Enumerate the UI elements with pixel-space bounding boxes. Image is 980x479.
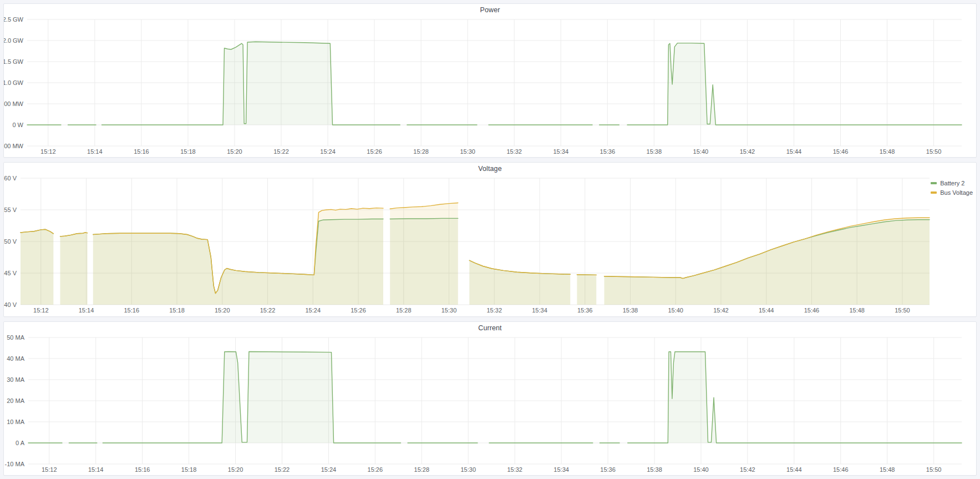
x-axis-tick-label: 15:34 (532, 307, 547, 314)
x-axis-tick-label: 15:24 (321, 466, 337, 473)
x-axis-tick-label: 15:36 (600, 466, 616, 473)
x-axis-tick-label: 15:48 (880, 466, 895, 473)
x-axis-tick-label: 15:24 (305, 307, 321, 314)
legend: Battery 2Bus Voltage (931, 179, 973, 196)
power-chart[interactable]: 2.5 GW2.0 GW1.5 GW1.0 GW500 MW0 W-500 MW… (4, 16, 976, 156)
x-axis-tick-label: 15:44 (786, 466, 802, 473)
y-axis-tick-label: 20 MA (7, 397, 24, 404)
series-area (103, 351, 400, 443)
x-axis-tick-label: 15:48 (849, 307, 865, 314)
x-axis-tick-label: 15:40 (668, 307, 683, 314)
y-axis-tick-label: -500 MW (4, 143, 24, 149)
x-axis-tick-label: 15:30 (460, 466, 476, 473)
x-axis-tick-label: 15:30 (441, 307, 457, 314)
x-axis-tick-label: 15:50 (895, 307, 910, 314)
panel-header-voltage: Voltage (4, 163, 976, 175)
x-axis-tick-label: 15:14 (79, 307, 94, 314)
y-axis-tick-label: 50 MA (7, 334, 24, 341)
legend-item-bus-voltage[interactable]: Bus Voltage (931, 189, 973, 196)
x-axis-tick-label: 15:18 (181, 466, 197, 473)
legend-label: Bus Voltage (940, 189, 973, 196)
panel-header-power: Power (4, 4, 976, 16)
panel-voltage: Voltage 60 V55 V50 V45 V40 V15:1215:1415… (3, 162, 977, 316)
x-axis-tick-label: 15:14 (87, 148, 103, 155)
x-axis-tick-label: 15:38 (647, 148, 662, 155)
x-axis-tick-label: 15:42 (713, 307, 729, 314)
legend-label: Battery 2 (940, 179, 964, 187)
series-area (605, 218, 930, 305)
y-axis-tick-label: 50 V (4, 238, 17, 245)
y-axis-tick-label: 60 V (4, 175, 17, 181)
series-area (627, 43, 962, 125)
x-axis-tick-label: 15:12 (33, 307, 49, 314)
series-area (469, 261, 570, 305)
x-axis-tick-label: 15:34 (553, 148, 568, 155)
voltage-chart-svg: 60 V55 V50 V45 V40 V15:1215:1415:1615:18… (4, 175, 976, 315)
series-area (628, 351, 962, 442)
series-area (102, 42, 400, 125)
x-axis-tick-label: 15:20 (215, 307, 230, 314)
y-axis-tick-label: 40 V (4, 301, 17, 308)
x-axis-tick-label: 15:22 (275, 466, 290, 473)
legend-item-battery-2[interactable]: Battery 2 (931, 179, 964, 187)
panel-header-current: Current (4, 322, 976, 334)
y-axis-tick-label: 10 MA (7, 419, 24, 425)
x-axis-tick-label: 15:28 (396, 307, 412, 314)
x-axis-tick-label: 15:40 (693, 148, 709, 155)
y-axis-tick-label: 2.0 GW (4, 37, 24, 44)
x-axis-tick-label: 15:34 (554, 466, 569, 473)
x-axis-tick-label: 15:40 (693, 466, 709, 473)
current-chart[interactable]: 50 MA40 MA30 MA20 MA10 MA0 A-10 MA15:121… (4, 334, 976, 474)
x-axis-tick-label: 15:26 (368, 466, 383, 473)
y-axis-tick-label: 1.5 GW (4, 58, 24, 65)
x-axis-tick-label: 15:16 (135, 466, 150, 473)
y-axis-tick-label: -10 MA (5, 461, 25, 467)
series-area (21, 230, 53, 305)
x-axis-tick-label: 15:32 (486, 307, 502, 314)
series-line-bus-voltage (577, 275, 596, 275)
x-axis-tick-label: 15:32 (507, 466, 522, 473)
x-axis-tick-label: 15:46 (833, 466, 849, 473)
x-axis-tick-label: 15:38 (623, 307, 638, 314)
x-axis-tick-label: 15:24 (320, 148, 336, 155)
x-axis-tick-label: 15:26 (351, 307, 366, 314)
legend-swatch-icon (931, 182, 937, 184)
dashboard: Power 2.5 GW2.0 GW1.5 GW1.0 GW500 MW0 W-… (0, 0, 980, 479)
x-axis-tick-label: 15:22 (273, 148, 289, 155)
y-axis-tick-label: 40 MA (7, 355, 24, 362)
power-chart-svg: 2.5 GW2.0 GW1.5 GW1.0 GW500 MW0 W-500 MW… (4, 16, 976, 156)
y-axis-tick-label: 2.5 GW (4, 16, 24, 23)
x-axis-tick-label: 15:26 (367, 148, 382, 155)
series-area (577, 275, 596, 305)
voltage-chart[interactable]: 60 V55 V50 V45 V40 V15:1215:1415:1615:18… (4, 175, 976, 315)
y-axis-tick-label: 0 W (12, 122, 23, 128)
x-axis-tick-label: 15:18 (180, 148, 196, 155)
x-axis-tick-label: 15:42 (740, 148, 755, 155)
panel-current: Current 50 MA40 MA30 MA20 MA10 MA0 A-10 … (3, 321, 977, 476)
panel-title-power[interactable]: Power (480, 6, 500, 14)
x-axis-tick-label: 15:50 (926, 466, 942, 473)
y-axis-tick-label: 0 A (16, 440, 25, 446)
y-axis-tick-label: 500 MW (4, 100, 24, 107)
x-axis-tick-label: 15:36 (600, 148, 616, 155)
x-axis-tick-label: 15:44 (759, 307, 774, 314)
x-axis-tick-label: 15:18 (169, 307, 185, 314)
x-axis-tick-label: 15:14 (88, 466, 104, 473)
x-axis-tick-label: 15:16 (124, 307, 140, 314)
x-axis-tick-label: 15:46 (804, 307, 820, 314)
x-axis-tick-label: 15:12 (42, 466, 57, 473)
panel-power: Power 2.5 GW2.0 GW1.5 GW1.0 GW500 MW0 W-… (3, 3, 977, 158)
x-axis-tick-label: 15:32 (506, 148, 522, 155)
current-chart-svg: 50 MA40 MA30 MA20 MA10 MA0 A-10 MA15:121… (4, 334, 976, 474)
panel-title-current[interactable]: Current (478, 324, 501, 332)
x-axis-tick-label: 15:50 (926, 148, 942, 155)
x-axis-tick-label: 15:42 (740, 466, 755, 473)
x-axis-tick-label: 15:36 (577, 307, 593, 314)
y-axis-tick-label: 55 V (4, 206, 17, 213)
legend-swatch-icon (931, 191, 937, 194)
x-axis-tick-label: 15:30 (460, 148, 475, 155)
x-axis-tick-label: 15:20 (227, 148, 242, 155)
panel-title-voltage[interactable]: Voltage (478, 165, 501, 173)
x-axis-tick-label: 15:46 (833, 148, 849, 155)
x-axis-tick-label: 15:28 (413, 148, 429, 155)
